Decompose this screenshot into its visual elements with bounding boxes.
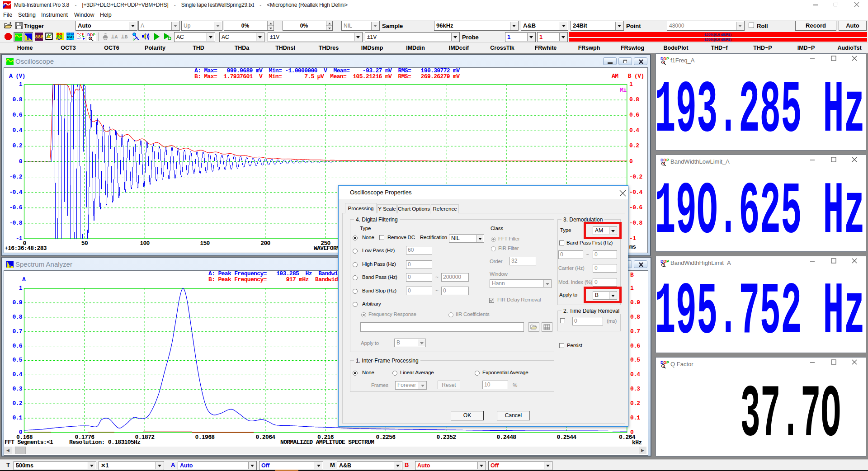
svg-text:DDP: DDP [660, 259, 669, 264]
svg-text:DDP: DDP [660, 57, 669, 61]
svg-text:DDP: DDP [660, 360, 669, 365]
svg-text:DUT: DUT [67, 35, 74, 39]
svg-text:DDP: DDP [660, 158, 669, 162]
svg-text:DDP: DDP [87, 33, 95, 37]
svg-text:888: 888 [35, 34, 43, 40]
